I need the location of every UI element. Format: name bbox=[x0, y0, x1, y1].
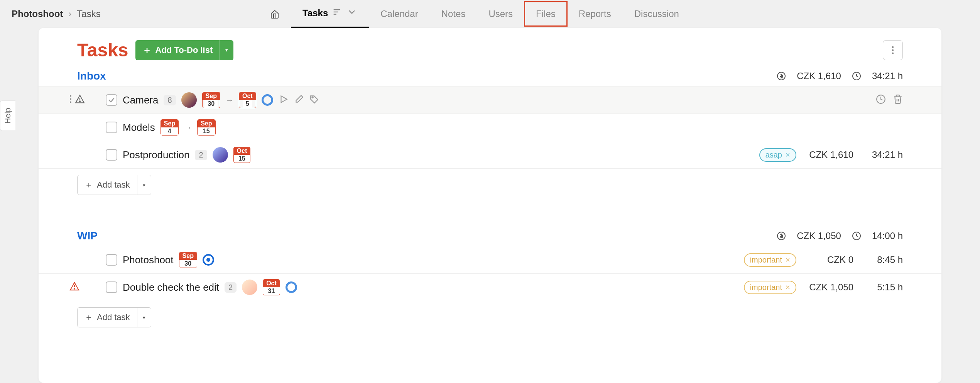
add-task-group: ＋ Add task ▾ bbox=[77, 175, 151, 195]
warning-icon bbox=[75, 94, 85, 106]
svg-point-14 bbox=[312, 97, 313, 98]
status-ring-icon[interactable] bbox=[286, 281, 297, 293]
task-name[interactable]: Double check the edit bbox=[123, 281, 219, 293]
help-tab[interactable]: Help bbox=[0, 100, 15, 131]
add-todo-button[interactable]: ＋ Add To-Do list bbox=[135, 40, 220, 60]
task-time: 34:21 h bbox=[864, 149, 903, 160]
nav-notes[interactable]: Notes bbox=[430, 2, 477, 26]
add-todo-dropdown[interactable]: ▾ bbox=[220, 40, 233, 60]
kebab-icon bbox=[892, 46, 894, 55]
task-checkbox[interactable] bbox=[106, 122, 117, 133]
caret-down-icon: ▾ bbox=[143, 182, 145, 188]
add-task-button[interactable]: ＋ Add task bbox=[78, 308, 137, 327]
section-title[interactable]: Inbox bbox=[77, 70, 106, 82]
svg-point-4 bbox=[892, 49, 894, 51]
task-name[interactable]: Photoshoot bbox=[123, 254, 174, 266]
date-to[interactable]: Sep15 bbox=[197, 119, 215, 136]
task-cost: CZK 1,610 bbox=[807, 149, 853, 160]
section-title[interactable]: WIP bbox=[77, 230, 98, 242]
svg-point-9 bbox=[70, 98, 71, 100]
trash-icon[interactable] bbox=[893, 94, 903, 106]
nav-files[interactable]: Files bbox=[524, 2, 567, 26]
svg-marker-13 bbox=[281, 96, 287, 102]
add-todo-label: Add To-Do list bbox=[155, 45, 213, 55]
warning-icon bbox=[69, 281, 79, 293]
date-to[interactable]: Sep30 bbox=[179, 252, 197, 268]
svg-point-8 bbox=[70, 95, 71, 97]
pencil-icon[interactable] bbox=[294, 94, 304, 106]
task-name[interactable]: Models bbox=[123, 122, 155, 134]
nav-reports[interactable]: Reports bbox=[567, 2, 623, 26]
clock-icon bbox=[852, 231, 861, 241]
task-count: 2 bbox=[225, 282, 237, 293]
drag-handle-icon[interactable] bbox=[69, 95, 72, 105]
date-to[interactable]: Oct31 bbox=[263, 279, 280, 295]
avatar[interactable] bbox=[242, 280, 257, 295]
task-name[interactable]: Postproduction bbox=[123, 149, 189, 161]
status-ring-icon[interactable] bbox=[262, 94, 273, 106]
breadcrumb-current: Tasks bbox=[77, 8, 100, 19]
svg-point-12 bbox=[79, 101, 80, 102]
task-count: 8 bbox=[164, 95, 176, 105]
currency-icon bbox=[777, 71, 786, 81]
task-row[interactable]: Photoshoot Sep30 important✕ CZK 0 8:45 h bbox=[39, 246, 941, 273]
task-row[interactable]: Models Sep4 → Sep15 bbox=[39, 114, 941, 141]
task-checkbox[interactable] bbox=[106, 254, 117, 266]
nav-users[interactable]: Users bbox=[477, 2, 524, 26]
plus-icon: ＋ bbox=[142, 44, 152, 56]
play-icon[interactable] bbox=[279, 94, 289, 106]
nav-home[interactable] bbox=[259, 2, 291, 25]
tag-remove-icon[interactable]: ✕ bbox=[785, 256, 790, 264]
add-task-label: Add task bbox=[97, 312, 130, 322]
add-task-label: Add task bbox=[97, 180, 130, 190]
status-active-icon[interactable] bbox=[203, 254, 214, 266]
nav-discussion[interactable]: Discussion bbox=[623, 2, 691, 26]
task-row[interactable]: Camera 8 Sep30 → Oct5 bbox=[39, 86, 941, 114]
date-to[interactable]: Oct15 bbox=[233, 147, 251, 163]
nav-label: Tasks bbox=[302, 8, 328, 19]
plus-icon: ＋ bbox=[84, 312, 93, 323]
caret-down-icon: ▾ bbox=[225, 47, 228, 53]
nav-tasks[interactable]: Tasks bbox=[291, 0, 369, 28]
tag-remove-icon[interactable]: ✕ bbox=[785, 284, 790, 291]
tag-asap[interactable]: asap✕ bbox=[759, 148, 796, 162]
section-cost: CZK 1,050 bbox=[797, 230, 841, 241]
svg-point-5 bbox=[892, 52, 894, 54]
task-cost: CZK 0 bbox=[807, 254, 853, 265]
tag-important[interactable]: important✕ bbox=[744, 281, 796, 294]
nav-calendar[interactable]: Calendar bbox=[369, 2, 429, 26]
task-row[interactable]: Double check the edit 2 Oct31 important✕… bbox=[39, 273, 941, 301]
top-bar: Photoshoot › Tasks Tasks Calendar Notes … bbox=[0, 0, 980, 28]
add-task-dropdown[interactable]: ▾ bbox=[137, 175, 151, 195]
task-row[interactable]: Postproduction 2 Oct15 asap✕ CZK 1,610 3… bbox=[39, 141, 941, 168]
tag-icon[interactable] bbox=[309, 94, 319, 106]
avatar[interactable] bbox=[181, 92, 197, 108]
currency-icon bbox=[777, 231, 786, 241]
clock-icon bbox=[852, 71, 861, 81]
home-icon bbox=[270, 9, 279, 19]
section-time: 14:00 h bbox=[872, 230, 903, 241]
chevron-down-icon[interactable] bbox=[346, 7, 357, 20]
filter-icon[interactable] bbox=[332, 7, 343, 20]
date-from[interactable]: Sep30 bbox=[202, 92, 220, 108]
date-to[interactable]: Oct5 bbox=[239, 92, 256, 108]
tag-important[interactable]: important✕ bbox=[744, 253, 796, 267]
task-checkbox[interactable] bbox=[106, 281, 117, 293]
task-name[interactable]: Camera bbox=[123, 94, 158, 106]
add-task-button[interactable]: ＋ Add task bbox=[78, 175, 137, 195]
task-checkbox[interactable] bbox=[106, 94, 117, 106]
task-checkbox[interactable] bbox=[106, 149, 117, 161]
clock-icon[interactable] bbox=[876, 94, 886, 106]
add-task-dropdown[interactable]: ▾ bbox=[137, 308, 151, 327]
avatar[interactable] bbox=[213, 147, 228, 163]
page-menu-button[interactable] bbox=[883, 40, 903, 60]
section-head-wip: WIP CZK 1,050 14:00 h bbox=[39, 230, 941, 246]
date-from[interactable]: Sep4 bbox=[161, 119, 179, 136]
task-time: 5:15 h bbox=[864, 282, 903, 293]
breadcrumb-project[interactable]: Photoshoot bbox=[12, 8, 63, 19]
plus-icon: ＋ bbox=[84, 179, 93, 191]
main-nav: Tasks Calendar Notes Users Files Reports… bbox=[259, 0, 691, 28]
task-cost: CZK 1,050 bbox=[807, 282, 853, 293]
tag-remove-icon[interactable]: ✕ bbox=[785, 151, 790, 159]
task-time: 8:45 h bbox=[864, 254, 903, 265]
